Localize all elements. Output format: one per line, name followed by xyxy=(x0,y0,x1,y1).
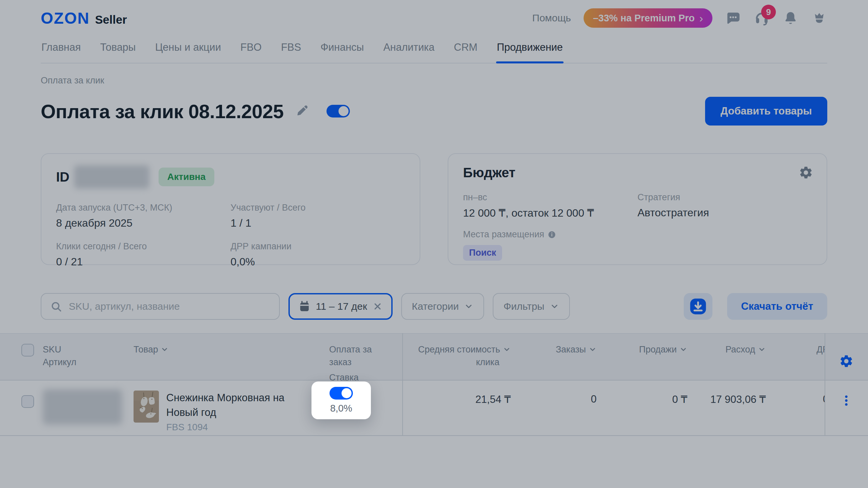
tab-fbo[interactable]: FBO xyxy=(240,37,262,63)
sales-sort-header[interactable]: Продажи xyxy=(639,343,687,356)
support-headset-icon[interactable]: 9 xyxy=(754,10,770,26)
search-input[interactable] xyxy=(68,300,271,313)
help-link[interactable]: Помощь xyxy=(532,12,571,24)
chevron-down-icon xyxy=(464,302,473,311)
summary-cards: ID Активна Дата запуска (UTC+3, МСК) 8 д… xyxy=(41,153,827,265)
avg-cpc-sort-header[interactable]: Средняя стоимость xyxy=(418,343,511,356)
status-badge: Активна xyxy=(159,168,214,186)
sort-chevron-icon xyxy=(679,346,687,354)
header-settings-cell xyxy=(825,334,868,380)
categories-label: Категории xyxy=(412,301,459,312)
tab-prodvizhenie[interactable]: Продвижение xyxy=(496,37,563,63)
tab-tovary[interactable]: Товары xyxy=(99,37,136,63)
budget-gear-icon[interactable] xyxy=(799,165,813,181)
sort-chevron-icon xyxy=(758,346,766,354)
chevron-right-icon: › xyxy=(700,12,703,25)
topbar: OZON Seller Помощь –33% на Premium Pro ›… xyxy=(0,0,868,29)
select-all-checkbox[interactable] xyxy=(21,344,34,357)
product-sort-header[interactable]: Товар xyxy=(133,343,168,356)
row-bid-value: 8,0% xyxy=(330,403,352,414)
download-button[interactable] xyxy=(684,293,712,320)
budget-card: Бюджет пн–вс 12 000 ₸, остаток 12 000 ₸ … xyxy=(448,153,827,265)
row-bid-toggle[interactable] xyxy=(330,387,353,399)
chat-icon[interactable] xyxy=(725,10,741,26)
product-image xyxy=(133,391,159,423)
field-drr: ДРР кампании 0,0% xyxy=(231,241,405,268)
campaign-active-toggle[interactable] xyxy=(327,105,350,118)
premium-promo-badge[interactable]: –33% на Premium Pro › xyxy=(584,8,712,28)
ozon-seller-logo[interactable]: OZON Seller xyxy=(41,9,127,27)
field-value: 0 / 21 xyxy=(56,256,231,268)
search-box[interactable] xyxy=(41,293,280,320)
header-sales: Продажи xyxy=(599,334,689,380)
sort-chevron-icon xyxy=(589,346,597,354)
header-drr: ДРР xyxy=(768,334,825,380)
edit-title-pencil-icon[interactable] xyxy=(296,104,309,119)
chevron-down-icon xyxy=(550,302,559,311)
row-kebab-menu-icon[interactable] xyxy=(840,394,853,435)
row-sku-cell xyxy=(43,381,127,435)
field-placements: Места размещения Поиск xyxy=(463,229,638,261)
date-range-label: 11 – 17 дек xyxy=(316,301,367,312)
sales-header-label: Продажи xyxy=(639,343,677,356)
row-checkbox-cell xyxy=(21,381,43,435)
pay-header-line1: Оплата за xyxy=(329,343,402,356)
campaign-fields: Дата запуска (UTC+3, МСК) 8 декабря 2025… xyxy=(56,203,405,268)
column-settings-gear-icon[interactable] xyxy=(839,354,854,380)
page-title: Оплата за клик 08.12.2025 xyxy=(41,100,284,123)
row-product-cell: Снежинка Морковная на Новый год FBS 1094 xyxy=(127,381,317,435)
breadcrumb[interactable]: Оплата за клик xyxy=(41,75,104,86)
download-icon xyxy=(689,297,707,316)
field-value: 0,0% xyxy=(231,256,405,268)
header-avg-cpc: Средняя стоимость клика xyxy=(402,334,516,380)
product-name[interactable]: Снежинка Морковная на Новый год xyxy=(166,391,316,420)
header-sku: SKU Артикул xyxy=(43,334,127,380)
download-report-button[interactable]: Скачать отчёт xyxy=(727,293,827,320)
header-product: Товар xyxy=(127,334,317,380)
bid-spotlight-card: 8,0% xyxy=(311,382,371,419)
tab-analitika[interactable]: Аналитика xyxy=(382,37,435,63)
spend-sort-header[interactable]: Расход xyxy=(725,343,766,356)
add-products-button[interactable]: Добавить товары xyxy=(705,97,827,126)
placements-label: Места размещения xyxy=(463,229,638,240)
field-label: ДРР кампании xyxy=(231,241,405,252)
field-label: пн–вс xyxy=(463,192,638,203)
tab-tseny-i-aktsii[interactable]: Цены и акции xyxy=(155,37,222,63)
sku-sub-header-label: Артикул xyxy=(43,356,127,368)
row-actions-cell xyxy=(825,381,868,435)
clear-date-filter-icon[interactable] xyxy=(373,301,382,312)
filters-dropdown[interactable]: Фильтры xyxy=(493,293,569,320)
calendar-icon xyxy=(299,300,310,313)
categories-dropdown[interactable]: Категории xyxy=(401,293,485,320)
search-icon xyxy=(50,300,62,313)
budget-title: Бюджет xyxy=(463,165,516,180)
ozon-logo-text: OZON xyxy=(41,9,90,27)
campaign-info-card: ID Активна Дата запуска (UTC+3, МСК) 8 д… xyxy=(41,153,420,265)
toggle-knob xyxy=(342,388,351,398)
toggle-knob xyxy=(339,106,348,116)
date-range-filter[interactable]: 11 – 17 дек xyxy=(288,293,393,320)
tab-crm[interactable]: CRM xyxy=(453,37,478,63)
row-spend: 17 903,06 ₸ xyxy=(689,381,768,435)
tab-glavnaya[interactable]: Главная xyxy=(41,37,82,63)
tab-fbs[interactable]: FBS xyxy=(280,37,302,63)
table-row: Снежинка Морковная на Новый год FBS 1094… xyxy=(0,381,868,436)
product-scheme: FBS 1094 xyxy=(166,422,316,432)
row-drr: 0 xyxy=(768,381,825,435)
field-clicks: Клики сегодня / Всего 0 / 21 xyxy=(56,241,231,268)
info-icon[interactable] xyxy=(548,230,556,239)
sku-header-label: SKU xyxy=(43,343,127,356)
crown-icon[interactable] xyxy=(811,10,827,26)
topbar-right: Помощь –33% на Premium Pro › 9 xyxy=(532,8,827,28)
placement-badge-search: Поиск xyxy=(463,245,502,261)
orders-sort-header[interactable]: Заказы xyxy=(556,343,597,356)
tab-finansy[interactable]: Финансы xyxy=(320,37,365,63)
seller-logo-text: Seller xyxy=(95,13,127,26)
field-label: Дата запуска (UTC+3, МСК) xyxy=(56,203,231,213)
column-divider xyxy=(402,333,403,436)
bell-icon[interactable] xyxy=(782,10,799,26)
field-schedule: пн–вс 12 000 ₸, остаток 12 000 ₸ xyxy=(463,192,638,219)
ozon-seller-page: OZON Seller Помощь –33% на Premium Pro ›… xyxy=(0,0,868,488)
row-checkbox[interactable] xyxy=(21,395,34,408)
main-nav-tabs: Главная Товары Цены и акции FBO FBS Фина… xyxy=(41,37,827,63)
